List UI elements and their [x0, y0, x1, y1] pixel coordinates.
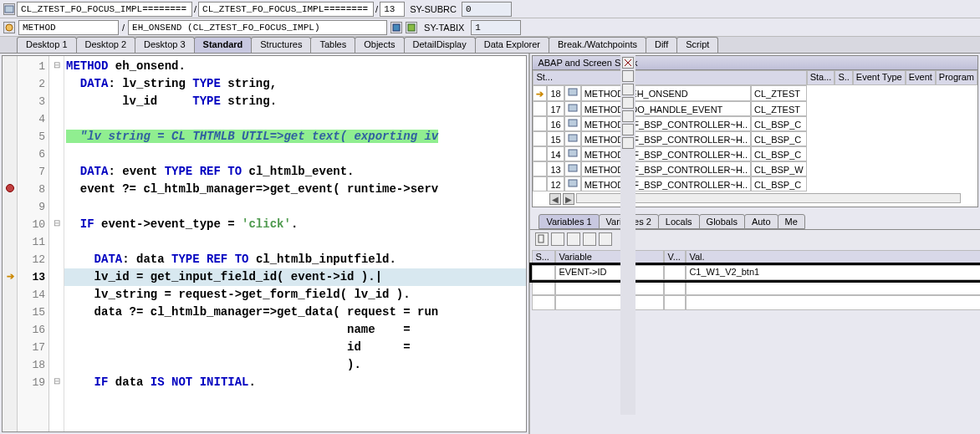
svg-rect-2 [393, 24, 400, 31]
toolbar-icon-a[interactable] [390, 22, 402, 33]
method-name-field[interactable]: EH_ONSEND (CL_ZTEST_FO_FOCUS_IMPL) [128, 20, 387, 35]
stack-row[interactable]: 12METHODIF_BSP_CONTROLLER~H..CL_BSP_C [533, 176, 806, 191]
svg-rect-7 [569, 105, 577, 111]
tab-me[interactable]: Me [778, 214, 805, 229]
nav-bar-2: METHOD / EH_ONSEND (CL_ZTEST_FO_FOCUS_IM… [0, 18, 980, 37]
var-name-cell[interactable]: EVENT->ID [555, 265, 664, 280]
var-col-s[interactable]: S... [532, 250, 555, 265]
close-icon[interactable] [622, 57, 634, 69]
delete-icon[interactable] [535, 232, 549, 246]
scroll-right-icon[interactable]: ▶ [563, 193, 574, 205]
code-body[interactable]: METHOD eh_onsend. DATA: lv_string TYPE s… [64, 56, 526, 431]
variables-toolbar [530, 229, 980, 248]
svg-rect-8 [569, 120, 577, 126]
svg-rect-13 [538, 235, 544, 243]
variable-row[interactable]: EVENT->ID C1_W1_V2_btn1 [532, 265, 980, 280]
main-area: ➔ 12345678910111213141516171819 ⊟⊟⊟ METH… [0, 54, 980, 434]
code-panel: ➔ 12345678910111213141516171819 ⊟⊟⊟ METH… [0, 54, 530, 434]
right-panel: ABAP and Screen Stack St... Sta... S.. E… [530, 54, 980, 434]
variable-row-empty[interactable] [532, 295, 980, 310]
tab-objects[interactable]: Objects [355, 37, 404, 53]
type-field[interactable]: METHOD [18, 20, 119, 35]
var-col-v[interactable]: V... [664, 250, 686, 265]
svg-point-1 [6, 24, 13, 31]
editor-vertical-toolbar [620, 55, 635, 415]
fullscreen-icon[interactable] [622, 97, 634, 109]
code-container: ➔ 12345678910111213141516171819 ⊟⊟⊟ METH… [2, 55, 527, 432]
tab-diff[interactable]: Diff [646, 37, 677, 53]
svg-rect-9 [569, 135, 577, 141]
stack-grid: St... Sta... S.. Event Type Event Progra… [533, 70, 977, 191]
class-field-2[interactable]: CL_ZTEST_FO_FOCUS_IMPL======== [198, 2, 374, 17]
stack-row[interactable]: 17METHODDO_HANDLE_EVENTCL_ZTEST [533, 101, 806, 116]
new-window-icon[interactable] [622, 70, 634, 82]
grid-icon[interactable] [567, 232, 580, 246]
sy-tabix-value: 1 [471, 20, 521, 35]
stack-title: ABAP and Screen Stack [533, 56, 977, 70]
fold-column: ⊟⊟⊟ [49, 56, 64, 431]
stack-col-s[interactable]: S.. [835, 70, 852, 85]
nav-icon-1[interactable] [3, 3, 15, 15]
stack-row[interactable]: 15METHODIF_BSP_CONTROLLER~H..CL_BSP_C [533, 131, 806, 146]
headset-icon[interactable] [622, 124, 634, 135]
sep: / [375, 4, 378, 14]
scroll-left-icon[interactable]: ◀ [549, 193, 561, 205]
tab-locals[interactable]: Locals [658, 214, 700, 229]
stack-scroll: ◀ ▶ [533, 191, 977, 207]
stack-col-eventtype[interactable]: Event Type [853, 70, 906, 85]
line-field[interactable]: 13 [380, 2, 405, 17]
tab-structures[interactable]: Structures [251, 37, 311, 53]
stack-row[interactable]: ➔18METHODEH_ONSENDCL_ZTEST [533, 85, 806, 101]
tab-desktop2[interactable]: Desktop 2 [76, 37, 136, 53]
tab-desktop3[interactable]: Desktop 3 [135, 37, 195, 53]
tab-auto[interactable]: Auto [744, 214, 778, 229]
tab-variables1[interactable]: Variables 1 [538, 214, 599, 229]
variable-row-empty[interactable] [532, 280, 980, 295]
toolbar-icon-b[interactable] [406, 22, 417, 33]
variables-grid: S... Variable V... Val. EVENT->ID C1_W1_… [532, 250, 980, 310]
export-icon[interactable] [622, 84, 634, 95]
breakpoint-marker[interactable] [5, 183, 15, 193]
glasses-icon[interactable] [622, 110, 634, 122]
sep: / [194, 4, 197, 14]
tab-standard[interactable]: Standard [194, 37, 253, 53]
svg-rect-3 [408, 24, 415, 31]
current-line-pointer: ➔ [5, 271, 15, 281]
svg-rect-6 [569, 89, 577, 95]
sy-subrc-value: 0 [462, 2, 512, 17]
svg-rect-11 [569, 165, 577, 171]
tab-globals[interactable]: Globals [699, 214, 745, 229]
svg-rect-0 [5, 6, 13, 13]
sep: / [122, 23, 125, 33]
nav-bar-1: CL_ZTEST_FO_FOCUS_IMPL======== / CL_ZTES… [0, 0, 980, 18]
var-col-variable[interactable]: Variable [555, 250, 664, 265]
tree-icon[interactable] [622, 137, 634, 149]
stack-panel: ABAP and Screen Stack St... Sta... S.. E… [532, 55, 978, 207]
tab-breakwatch[interactable]: Break./Watchpoints [549, 37, 646, 53]
stack-col-st[interactable]: St... [533, 70, 806, 85]
marker-gutter: ➔ [3, 56, 18, 431]
stack-row[interactable]: 16METHODIF_BSP_CONTROLLER~H..CL_BSP_C [533, 116, 806, 131]
sort-desc-icon[interactable] [599, 232, 612, 246]
stack-col-program[interactable]: Program [936, 70, 977, 85]
insert-icon[interactable] [551, 232, 564, 246]
sy-tabix-label: SY-TABIX [421, 23, 467, 33]
sort-asc-icon[interactable] [583, 232, 596, 246]
sy-subrc-label: SY-SUBRC [406, 4, 460, 14]
svg-rect-10 [569, 150, 577, 156]
stack-col-event[interactable]: Event [906, 70, 936, 85]
var-col-val[interactable]: Val. [686, 250, 980, 265]
method-icon[interactable] [3, 22, 15, 33]
tab-dataexplorer[interactable]: Data Explorer [475, 37, 549, 53]
class-field-1[interactable]: CL_ZTEST_FO_FOCUS_IMPL======== [17, 2, 192, 17]
var-s-cell [532, 265, 555, 280]
var-val-cell[interactable]: C1_W1_V2_btn1 [686, 265, 980, 280]
line-number-gutter: 12345678910111213141516171819 [18, 56, 49, 431]
stack-row[interactable]: 13METHODIF_BSP_CONTROLLER~H..CL_BSP_W [533, 161, 806, 176]
tab-desktop1[interactable]: Desktop 1 [17, 37, 77, 53]
tab-tables[interactable]: Tables [310, 37, 355, 53]
tab-detaildisplay[interactable]: DetailDisplay [404, 37, 476, 53]
stack-col-sta[interactable]: Sta... [807, 70, 835, 85]
tab-script[interactable]: Script [676, 37, 718, 53]
stack-row[interactable]: 14METHODIF_BSP_CONTROLLER~H..CL_BSP_C [533, 146, 806, 161]
